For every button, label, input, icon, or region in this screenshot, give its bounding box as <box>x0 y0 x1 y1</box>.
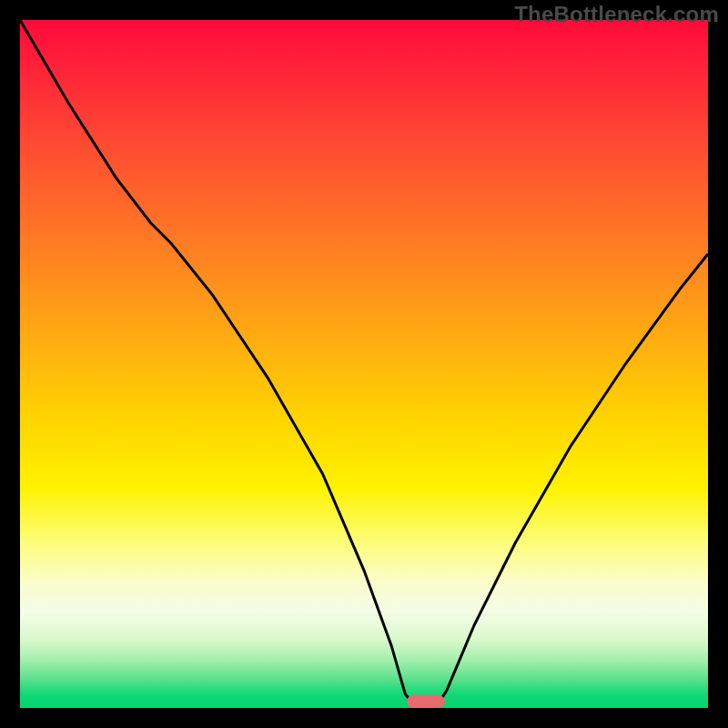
chart-frame: TheBottleneck.com <box>0 0 728 728</box>
watermark-text: TheBottleneck.com <box>514 2 719 27</box>
curve-path <box>20 20 708 706</box>
optimum-marker <box>407 695 445 708</box>
bottleneck-curve <box>20 20 708 708</box>
plot-area <box>20 20 708 708</box>
